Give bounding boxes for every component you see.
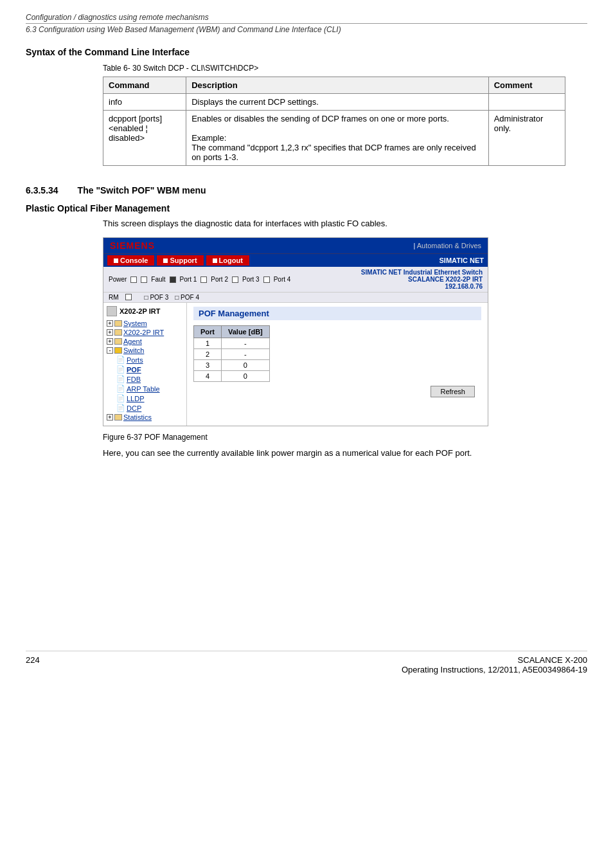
rm-pof-bar: RM □ POF 3 □ POF 4 — [103, 293, 488, 303]
page-footer: 224 SCALANCE X-200 Operating Instruction… — [26, 651, 587, 674]
table-row: 4 0 — [194, 371, 270, 382]
device-icon — [107, 306, 117, 316]
arp-doc-icon: 📄 — [116, 384, 125, 393]
product-name: SCALANCE X-200 — [402, 655, 587, 665]
port-4: 4 — [194, 371, 222, 382]
fdb-label: FDB — [127, 375, 141, 383]
pof-doc-icon: 📄 — [116, 365, 125, 374]
port-1: 1 — [194, 338, 222, 349]
sidebar-item-statistics[interactable]: + Statistics — [107, 413, 183, 421]
table-row: info Displays the current DCP settings. — [103, 94, 565, 111]
table-caption: Table 6- 30 Switch DCP - CLI\SWITCH\DCP> — [103, 64, 587, 73]
statistics-label: Statistics — [123, 413, 152, 421]
wbm-header: SIEMENS | Automation & Drives — [103, 238, 488, 253]
statistics-expand-icon: + — [107, 414, 113, 420]
system-expand-icon: + — [107, 320, 113, 327]
wbm-sidebar: X202-2P IRT + System + X202-2P IRT + — [103, 303, 187, 426]
footer-right: SCALANCE X-200 Operating Instructions, 1… — [402, 655, 587, 674]
port1-label: Port 1 — [180, 276, 197, 283]
refresh-button[interactable]: Refresh — [431, 386, 475, 397]
device-bar: Power Fault Port 1 Port 2 Port 3 Port 4 … — [103, 267, 488, 293]
fdb-doc-icon: 📄 — [116, 375, 125, 383]
pof3-label: □ POF 3 — [145, 294, 169, 301]
value-3: 0 — [222, 360, 270, 371]
col-comment: Comment — [488, 77, 565, 94]
dcp-doc-icon: 📄 — [116, 404, 125, 412]
sidebar-device-label: X202-2P IRT — [120, 307, 160, 315]
statistics-folder-icon — [114, 414, 122, 420]
header-line1: Configuration / diagnostics using remote… — [26, 13, 587, 24]
page-number: 224 — [26, 655, 40, 674]
comment-dcpport: Administrator only. — [488, 111, 565, 166]
plastic-description: This screen displays the diagnostic data… — [103, 219, 587, 228]
arp-label: ARP Table — [127, 385, 160, 393]
desc-info: Displays the current DCP settings. — [186, 94, 489, 111]
port2-label: Port 2 — [211, 276, 228, 283]
system-label: System — [123, 320, 147, 327]
x202-expand-icon: + — [107, 329, 113, 336]
system-folder-icon — [114, 320, 122, 327]
sidebar-item-arp[interactable]: 📄 ARP Table — [116, 384, 183, 393]
table-row: 3 0 — [194, 360, 270, 371]
port4-indicator — [263, 276, 270, 283]
sidebar-item-ports[interactable]: 📄 Ports — [116, 356, 183, 364]
table-row: 1 - — [194, 338, 270, 349]
nav-console[interactable]: Console — [107, 255, 154, 266]
sidebar-item-lldp[interactable]: 📄 LLDP — [116, 394, 183, 402]
agent-folder-icon — [114, 338, 122, 345]
sidebar-item-x202[interactable]: + X202-2P IRT — [107, 329, 183, 336]
plastic-heading: Plastic Optical Fiber Management — [26, 203, 587, 213]
nav-logout[interactable]: Logout — [206, 255, 249, 266]
power-chk1 — [130, 276, 137, 283]
port1-indicator — [170, 276, 176, 283]
wbm-body: X202-2P IRT + System + X202-2P IRT + — [103, 303, 488, 426]
ports-label: Ports — [127, 356, 143, 364]
siemens-logo: SIEMENS — [110, 240, 155, 251]
agent-label: Agent — [123, 338, 142, 345]
sidebar-item-switch[interactable]: - Switch — [107, 347, 183, 354]
lldp-doc-icon: 📄 — [116, 394, 125, 402]
nav-support[interactable]: Support — [157, 255, 203, 266]
wbm-screenshot: SIEMENS | Automation & Drives Console Su… — [103, 237, 488, 426]
table-row: dcpport [ports]<enabled ¦ disabled> Enab… — [103, 111, 565, 166]
pof-col-port: Port — [194, 326, 222, 338]
sidebar-item-fdb[interactable]: 📄 FDB — [116, 375, 183, 383]
port4-label: Port 4 — [274, 276, 291, 283]
cmd-info: info — [103, 94, 186, 111]
rm-chk — [125, 294, 132, 300]
col-description: Description — [186, 77, 489, 94]
subsection-header: 6.3.5.34 The "Switch POF" WBM menu — [26, 185, 587, 195]
content-title: POF Management — [193, 307, 481, 320]
port3-indicator — [232, 276, 238, 283]
comment-info — [488, 94, 565, 111]
sidebar-device-title: X202-2P IRT — [107, 306, 183, 316]
figure-description: Here, you can see the currently availabl… — [103, 448, 587, 458]
wbm-footer: Refresh — [193, 382, 481, 401]
dcp-label: DCP — [127, 404, 141, 412]
switch-children: 📄 Ports 📄 POF 📄 FDB 📄 ARP Table — [116, 356, 183, 412]
header-line2: 6.3 Configuration using Web Based Manage… — [26, 25, 587, 34]
rm-label: RM — [109, 294, 119, 301]
pof-label: POF — [127, 366, 141, 374]
port2-indicator — [200, 276, 207, 283]
sidebar-item-pof[interactable]: 📄 POF — [116, 365, 183, 374]
sidebar-item-system[interactable]: + System — [107, 320, 183, 327]
ports-doc-icon: 📄 — [116, 356, 125, 364]
command-table: Command Description Comment info Display… — [103, 77, 565, 166]
table-row: 2 - — [194, 349, 270, 360]
pof-col-value: Value [dB] — [222, 326, 270, 338]
subsection-number: 6.3.5.34 — [26, 185, 58, 195]
power-chk2 — [141, 276, 147, 283]
x202-folder-icon — [114, 329, 122, 336]
switch-expand-icon: - — [107, 347, 113, 354]
port-2: 2 — [194, 349, 222, 360]
syntax-heading: Syntax of the Command Line Interface — [26, 47, 587, 57]
switch-folder-icon — [114, 347, 122, 354]
agent-expand-icon: + — [107, 338, 113, 345]
pof4-label: □ POF 4 — [175, 294, 199, 301]
doc-info: Operating Instructions, 12/2011, A5E0034… — [402, 665, 587, 674]
col-command: Command — [103, 77, 186, 94]
sidebar-item-dcp[interactable]: 📄 DCP — [116, 404, 183, 412]
sidebar-item-agent[interactable]: + Agent — [107, 338, 183, 345]
cmd-dcpport: dcpport [ports]<enabled ¦ disabled> — [103, 111, 186, 166]
